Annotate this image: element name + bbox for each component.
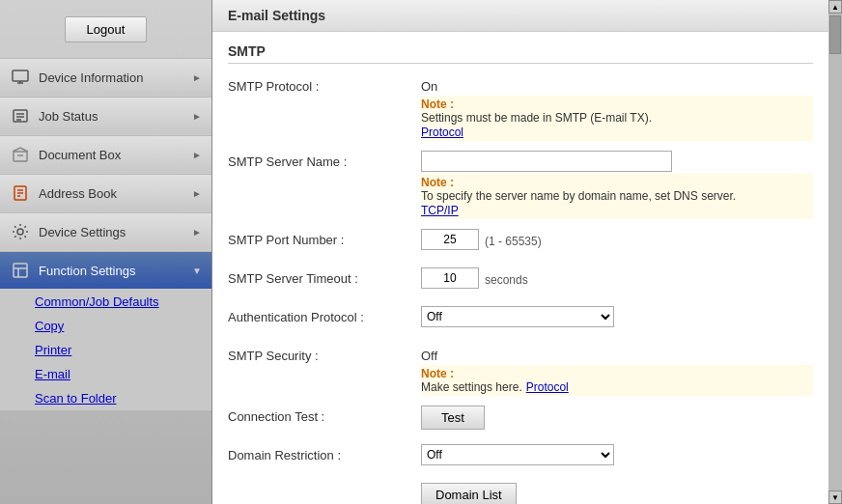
page-title: E-mail Settings (212, 0, 828, 32)
note2-text: To specify the server name by domain nam… (421, 189, 813, 203)
chevron-right-icon-job-status: ► (192, 111, 202, 122)
scroll-up-arrow[interactable]: ▲ (828, 0, 842, 14)
svg-rect-7 (14, 152, 27, 161)
sidebar-item-label-function-settings: Function Settings (39, 264, 192, 278)
smtp-port-range: (1 - 65535) (485, 232, 542, 248)
sidebar-item-address-book[interactable]: Address Book ► (0, 174, 211, 212)
chevron-right-icon-device-settings: ► (192, 227, 202, 238)
sidebar-item-device-settings[interactable]: Device Settings ► (0, 212, 211, 251)
scroll-thumb[interactable] (829, 15, 841, 54)
domain-restriction-row: Domain Restriction : Off On (228, 444, 813, 473)
domain-list-value-area: Domain List (421, 483, 813, 504)
content-area: SMTP SMTP Protocol : On Note : Settings … (212, 32, 828, 504)
smtp-server-name-input[interactable] (421, 151, 672, 172)
smtp-server-name-row: SMTP Server Name : Note : To specify the… (228, 151, 813, 219)
box-icon (10, 144, 31, 165)
sidebar-item-function-settings[interactable]: Function Settings ▼ (0, 251, 211, 290)
chevron-right-icon-address-book: ► (192, 188, 202, 199)
domain-restriction-value-area: Off On (421, 444, 813, 465)
smtp-server-timeout-input[interactable] (421, 267, 479, 289)
connection-test-button[interactable]: Test (421, 406, 485, 430)
domain-restriction-select[interactable]: Off On (421, 444, 614, 465)
smtp-port-number-value-area: (1 - 65535) (421, 229, 813, 250)
sidebar-item-label-device-settings: Device Settings (39, 225, 192, 239)
domain-list-button[interactable]: Domain List (421, 483, 517, 504)
scroll-track (828, 14, 842, 490)
authentication-protocol-select[interactable]: Off POP before SMTP SMTP Authentication (421, 306, 614, 327)
svg-rect-14 (14, 264, 27, 277)
connection-test-value-area: Test (421, 406, 813, 430)
smtp-protocol-label: SMTP Protocol : (228, 75, 421, 94)
svg-point-13 (17, 229, 23, 235)
note1-text: Settings must be made in SMTP (E-mail TX… (421, 111, 813, 125)
note1-link[interactable]: Protocol (421, 126, 463, 139)
note2-link[interactable]: TCP/IP (421, 204, 459, 217)
smtp-security-value-area: Off Note : Make settings here. Protocol (421, 345, 813, 396)
smtp-protocol-value-area: On Note : Settings must be made in SMTP … (421, 75, 813, 141)
sidebar: Logout Device Information ► Job Status ► (0, 0, 212, 504)
smtp-security-row: SMTP Security : Off Note : Make settings… (228, 345, 813, 396)
connection-test-row: Connection Test : Test (228, 406, 813, 434)
note3-link[interactable]: Protocol (526, 380, 569, 394)
smtp-server-name-label: SMTP Server Name : (228, 151, 421, 169)
submenu-item-copy[interactable]: Copy (0, 314, 211, 338)
list-icon (10, 105, 31, 126)
main-content: E-mail Settings SMTP SMTP Protocol : On … (212, 0, 828, 504)
smtp-server-name-value-area: Note : To specify the server name by dom… (421, 151, 813, 219)
outer-scrollbar: ▲ ▼ (828, 0, 842, 504)
sidebar-item-label-job-status: Job Status (39, 109, 192, 124)
sidebar-item-document-box[interactable]: Document Box ► (0, 135, 211, 174)
smtp-server-timeout-row: SMTP Server Timeout : seconds (228, 267, 813, 296)
smtp-security-note: Note : Make settings here. Protocol (421, 365, 813, 396)
sidebar-top: Logout (0, 0, 211, 58)
smtp-security-value: Off (421, 345, 813, 363)
smtp-port-number-input[interactable] (421, 229, 479, 250)
domain-list-row: Domain List (228, 483, 813, 504)
monitor-icon (10, 67, 31, 88)
scroll-down-arrow[interactable]: ▼ (828, 490, 842, 504)
smtp-server-timeout-unit: seconds (485, 270, 528, 287)
sidebar-item-label-address-book: Address Book (39, 186, 192, 201)
function-icon (10, 260, 31, 281)
domain-restriction-label: Domain Restriction : (228, 444, 421, 462)
authentication-protocol-row: Authentication Protocol : Off POP before… (228, 306, 813, 335)
smtp-port-number-label: SMTP Port Number : (228, 229, 421, 247)
note1-label: Note : (421, 98, 813, 111)
note3-text: Make settings here. (421, 380, 522, 394)
submenu-item-scan-to-folder[interactable]: Scan to Folder (0, 386, 211, 410)
chevron-down-icon-function-settings: ▼ (192, 266, 202, 276)
logout-button[interactable]: Logout (65, 16, 148, 42)
submenu-item-printer[interactable]: Printer (0, 338, 211, 362)
section-smtp: SMTP (228, 43, 813, 64)
note2-label: Note : (421, 176, 813, 189)
note3-label: Note : (421, 367, 813, 380)
domain-list-spacer (228, 483, 421, 487)
chevron-right-icon-document-box: ► (192, 150, 202, 160)
smtp-server-note: Note : To specify the server name by dom… (421, 174, 813, 219)
smtp-protocol-row: SMTP Protocol : On Note : Settings must … (228, 75, 813, 141)
chevron-right-icon-device-info: ► (192, 72, 202, 83)
sidebar-item-device-information[interactable]: Device Information ► (0, 58, 211, 97)
smtp-security-label: SMTP Security : (228, 345, 421, 363)
submenu-item-email[interactable]: E-mail (0, 362, 211, 386)
smtp-server-timeout-label: SMTP Server Timeout : (228, 267, 421, 286)
svg-rect-0 (13, 70, 28, 81)
submenu-item-common-job-defaults[interactable]: Common/Job Defaults (0, 290, 211, 314)
authentication-protocol-value-area: Off POP before SMTP SMTP Authentication (421, 306, 813, 327)
settings-icon (10, 221, 31, 242)
smtp-protocol-note: Note : Settings must be made in SMTP (E-… (421, 96, 813, 141)
smtp-port-number-row: SMTP Port Number : (1 - 65535) (228, 229, 813, 258)
sidebar-item-label-document-box: Document Box (39, 148, 192, 162)
book-icon (10, 182, 31, 204)
connection-test-label: Connection Test : (228, 406, 421, 424)
smtp-server-timeout-value-area: seconds (421, 267, 813, 289)
authentication-protocol-label: Authentication Protocol : (228, 306, 421, 324)
sidebar-item-label-device-information: Device Information (39, 70, 192, 85)
sidebar-item-job-status[interactable]: Job Status ► (0, 97, 211, 135)
smtp-protocol-value: On (421, 75, 813, 94)
function-settings-submenu: Common/Job Defaults Copy Printer E-mail … (0, 290, 211, 411)
